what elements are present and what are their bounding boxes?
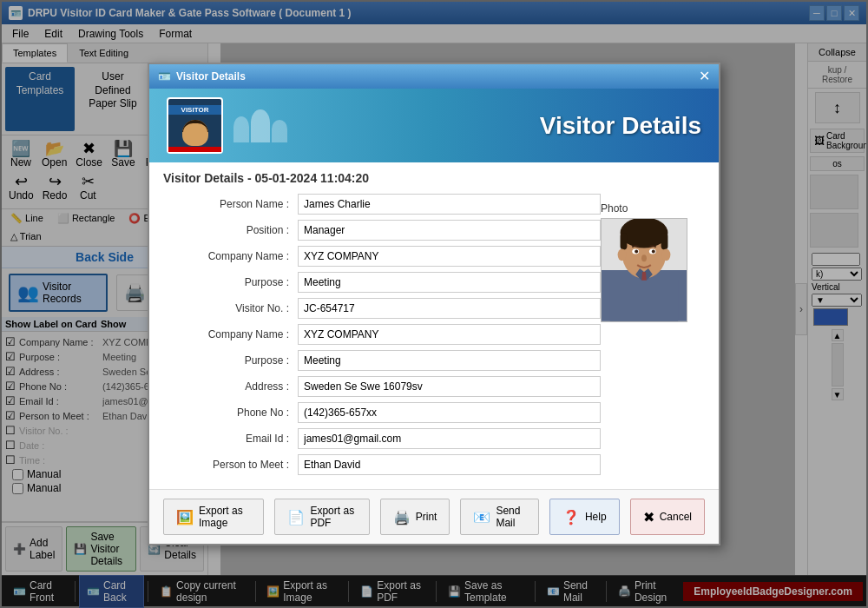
input-position[interactable] [298,220,601,241]
dialog-title-left: 🪪 Visitor Details [158,70,246,83]
input-company-2[interactable] [298,324,601,345]
export-pdf-btn[interactable]: 📄 Export as PDF [274,499,369,535]
send-mail-dialog-icon: 📧 [473,509,490,525]
send-mail-btn-dialog[interactable]: 📧 Send Mail [460,499,539,535]
input-phone[interactable] [298,402,601,423]
send-mail-dialog-label: Send Mail [496,505,526,529]
input-purpose-2[interactable] [298,350,601,371]
svg-point-10 [635,249,638,253]
dialog-form-wrapper: Person Name : Position : Company Name : [163,194,705,475]
svg-rect-5 [661,233,668,250]
svg-rect-4 [621,233,628,250]
print-btn-dialog[interactable]: 🖨️ Print [380,499,450,535]
input-purpose-1[interactable] [298,272,601,293]
input-person-name[interactable] [298,194,601,215]
label-visitor-no-dialog: Visitor No. : [163,302,298,314]
input-visitor-no[interactable] [298,298,601,319]
help-label: Help [585,511,607,523]
export-pdf-icon: 📄 [287,509,305,525]
photo-section: Photo [601,202,687,322]
dialog-close-btn[interactable]: ✕ [699,69,710,83]
label-address-dialog: Address : [163,380,298,393]
form-row-purpose-1: Purpose : [163,272,601,293]
form-row-phone: Phone No : [163,402,601,423]
dialog-subtitle: Visitor Details - 05-01-2024 11:04:20 [163,171,705,185]
form-row-company-2: Company Name : [163,324,601,345]
person-sil-3 [272,120,287,142]
banner-title-area: Visitor Details [287,112,701,140]
export-image-btn[interactable]: 🖼️ Export as Image [163,499,264,535]
help-btn[interactable]: ❓ Help [549,499,620,535]
badge-avatar [182,120,208,146]
export-image-label: Export as Image [199,505,251,529]
input-email[interactable] [298,428,601,449]
svg-point-6 [618,249,627,261]
svg-point-12 [641,254,647,261]
dialog-title-text: Visitor Details [176,70,246,83]
dialog-banner-logo: VISITOR [167,97,287,154]
visitor-text: VISITOR [168,105,221,115]
dialog-footer: 🖼️ Export as Image 📄 Export as PDF 🖨️ Pr… [149,489,719,544]
cancel-btn[interactable]: ✖ Cancel [630,499,705,535]
banner-persons [230,109,287,142]
person-sil-2 [251,109,270,142]
svg-point-11 [652,249,655,253]
label-purpose-2: Purpose : [163,354,298,367]
dialog-banner: VISITOR [149,89,719,162]
input-person-to-meet[interactable] [298,454,601,475]
label-person-to-meet-dialog: Person to Meet : [163,459,298,471]
input-company-1[interactable] [298,246,601,267]
form-row-company-1: Company Name : [163,246,601,267]
print-dialog-icon: 🖨️ [393,509,411,525]
main-window: 🪪 DRPU Visitor ID Card Maker & Gate Pass… [0,0,868,608]
cancel-label: Cancel [660,511,692,523]
form-row-purpose-2: Purpose : [163,350,601,371]
form-row-person-name: Person Name : [163,194,601,215]
label-purpose-1: Purpose : [163,276,298,288]
svg-rect-15 [610,281,678,321]
person-sil-1 [233,116,249,142]
form-row-email: Email Id : [163,428,601,449]
label-person-name: Person Name : [163,198,298,210]
dialog-content: Visitor Details - 05-01-2024 11:04:20 Pe… [149,162,719,489]
badge-stripe [168,147,221,152]
dialog-title-bar: 🪪 Visitor Details ✕ [149,64,719,89]
help-icon: ❓ [562,509,580,525]
form-row-position: Position : [163,220,601,241]
photo-box [601,218,687,322]
visitor-details-dialog: 🪪 Visitor Details ✕ VISITOR [148,63,720,545]
label-phone-dialog: Phone No : [163,406,298,419]
visitor-badge-icon: VISITOR [167,97,223,154]
label-company-1: Company Name : [163,250,298,262]
dialog-title-icon: 🪪 [158,70,171,83]
label-position: Position : [163,224,298,236]
form-row-visitor-no: Visitor No. : [163,298,601,319]
print-dialog-label: Print [416,511,437,523]
cancel-icon: ✖ [643,509,654,525]
label-email-dialog: Email Id : [163,433,298,445]
svg-point-3 [621,218,668,248]
export-pdf-label: Export as PDF [310,505,356,529]
svg-point-7 [662,249,671,261]
person-photo-svg [602,218,687,322]
label-company-2: Company Name : [163,328,298,340]
form-row-person-to-meet: Person to Meet : [163,454,601,475]
photo-label: Photo [601,202,687,215]
input-address[interactable] [298,376,601,397]
banner-title: Visitor Details [540,112,701,139]
export-image-icon: 🖼️ [176,509,194,525]
dialog-overlay: 🪪 Visitor Details ✕ VISITOR [0,0,868,608]
form-row-address: Address : [163,376,601,397]
